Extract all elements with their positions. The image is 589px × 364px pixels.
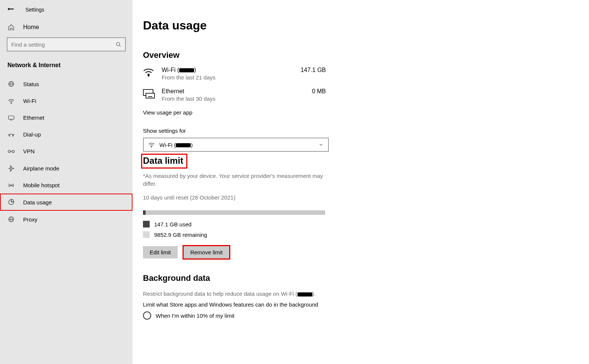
sidebar-home-label: Home — [23, 24, 39, 31]
data-limit-heading: Data limit — [143, 156, 186, 167]
svg-point-11 — [8, 150, 10, 152]
wifi-icon — [148, 142, 155, 147]
search-input-container[interactable] — [7, 37, 126, 51]
dropdown-value: Wi-Fi () — [159, 142, 318, 148]
svg-point-5 — [11, 103, 12, 104]
sidebar-item-wifi[interactable]: Wi-Fi — [0, 92, 133, 109]
svg-point-14 — [11, 185, 12, 185]
sidebar-item-label: Mobile hotspot — [23, 182, 60, 188]
show-settings-dropdown[interactable]: Wi-Fi () — [143, 138, 329, 152]
search-input[interactable] — [11, 41, 116, 48]
radio-icon — [143, 311, 151, 320]
datausage-icon — [7, 199, 15, 205]
wifi-icon — [7, 98, 15, 104]
sidebar-nav: Status Wi-Fi Ethernet Dial-up — [0, 75, 133, 228]
svg-point-10 — [12, 135, 13, 136]
airplane-icon — [7, 165, 15, 172]
data-limit-progressbar — [143, 210, 325, 215]
overview-ethernet[interactable]: Ethernet From the last 30 days 0 MB — [143, 88, 326, 102]
search-icon — [116, 42, 121, 47]
svg-point-22 — [151, 147, 152, 147]
ethernet-icon — [7, 115, 15, 121]
vpn-icon — [7, 149, 15, 154]
overview-wifi-name: Wi-Fi () — [162, 67, 300, 73]
redacted-ssid — [179, 68, 194, 72]
svg-rect-20 — [146, 93, 155, 98]
dialup-icon — [7, 132, 15, 137]
legend-remaining-label: 9852.9 GB remaining — [154, 232, 207, 238]
sidebar: 🠔 Settings Home Network & Internet Statu… — [0, 0, 133, 364]
background-heading: Background data — [143, 273, 476, 283]
chevron-down-icon — [318, 142, 324, 147]
globe-icon — [7, 81, 15, 87]
radio-option-1[interactable]: When I'm within 10% of my limit — [143, 311, 476, 320]
sidebar-item-label: Dial-up — [23, 131, 41, 138]
overview-wifi-value: 147.1 GB — [300, 67, 326, 73]
legend-used-swatch — [143, 221, 150, 228]
proxy-icon — [7, 216, 15, 223]
radio-label: When I'm within 10% of my limit — [156, 313, 234, 319]
overview-ethernet-sub: From the last 30 days — [162, 95, 312, 102]
main-content: Data usage Overview Wi-Fi () From the la… — [133, 0, 476, 364]
sidebar-item-label: Data usage — [23, 199, 52, 205]
svg-point-12 — [12, 150, 14, 152]
progressbar-fill — [143, 210, 146, 215]
sidebar-item-label: Wi-Fi — [23, 98, 36, 104]
svg-point-9 — [9, 135, 10, 136]
sidebar-item-vpn[interactable]: VPN — [0, 143, 133, 160]
sidebar-item-datausage[interactable]: Data usage — [0, 194, 133, 211]
legend-used-label: 147.1 GB used — [154, 221, 191, 228]
overview-wifi-sub: From the last 21 days — [162, 74, 300, 81]
sidebar-item-ethernet[interactable]: Ethernet — [0, 109, 133, 126]
back-icon[interactable]: 🠔 — [7, 6, 14, 13]
sidebar-item-label: Airplane mode — [23, 165, 59, 172]
sidebar-item-airplane[interactable]: Airplane mode — [0, 160, 133, 177]
data-limit-note: *As measured by your device. Your servic… — [143, 172, 328, 188]
home-icon — [7, 24, 15, 31]
svg-point-0 — [116, 42, 120, 46]
sidebar-item-label: Ethernet — [23, 114, 44, 121]
hotspot-icon — [7, 182, 15, 188]
redacted-ssid — [297, 292, 312, 296]
svg-line-1 — [119, 45, 121, 47]
remove-limit-button[interactable]: Remove limit — [184, 246, 230, 258]
sidebar-item-label: Status — [23, 81, 39, 87]
sidebar-item-label: Proxy — [23, 216, 37, 223]
sidebar-section-title: Network & Internet — [0, 62, 133, 75]
edit-limit-button[interactable]: Edit limit — [143, 246, 178, 258]
svg-rect-6 — [9, 116, 14, 119]
redacted-ssid — [176, 143, 191, 147]
sidebar-item-hotspot[interactable]: Mobile hotspot — [0, 177, 133, 194]
wifi-icon — [143, 67, 162, 76]
overview-heading: Overview — [143, 50, 476, 60]
legend-remaining: 9852.9 GB remaining — [143, 231, 476, 238]
background-sub: Restrict background data to help reduce … — [143, 290, 328, 298]
overview-wifi[interactable]: Wi-Fi () From the last 21 days 147.1 GB — [143, 67, 326, 81]
sidebar-item-status[interactable]: Status — [0, 75, 133, 92]
sidebar-item-label: VPN — [23, 148, 35, 154]
page-title: Data usage — [143, 19, 476, 32]
sidebar-item-dialup[interactable]: Dial-up — [0, 126, 133, 143]
ethernet-icon — [143, 88, 162, 98]
legend-remaining-swatch — [143, 231, 150, 238]
svg-point-18 — [148, 75, 149, 76]
show-settings-label: Show settings for — [143, 128, 476, 134]
legend-used: 147.1 GB used — [143, 221, 476, 228]
view-usage-link[interactable]: View usage per app — [143, 109, 192, 116]
sidebar-home[interactable]: Home — [0, 20, 133, 37]
data-limit-reset: 10 days until reset (28 October 2021) — [143, 194, 476, 201]
overview-ethernet-value: 0 MB — [312, 88, 326, 95]
app-title: Settings — [25, 7, 44, 13]
overview-ethernet-name: Ethernet — [162, 88, 312, 95]
background-line2: Limit what Store apps and Windows featur… — [143, 301, 476, 308]
sidebar-item-proxy[interactable]: Proxy — [0, 211, 133, 228]
